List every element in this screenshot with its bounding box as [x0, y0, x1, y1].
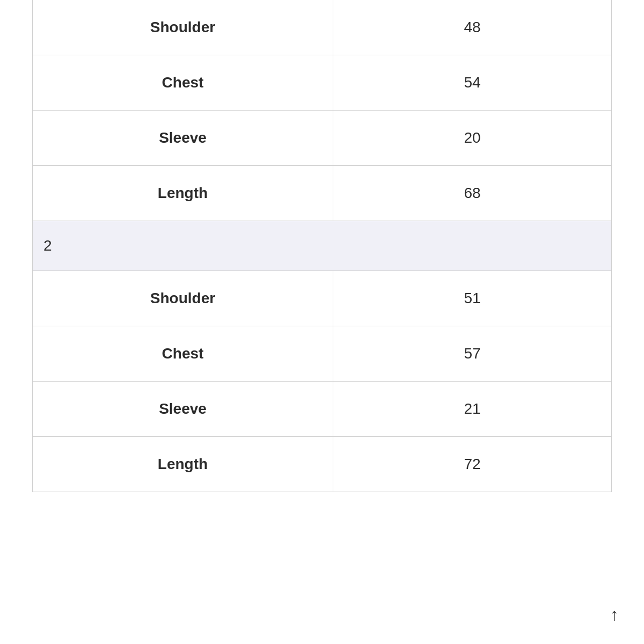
measurements-table: Shoulder 48 Chest 54 Sleeve 20 Length 68…: [32, 0, 612, 492]
table-row: Sleeve 21: [33, 382, 611, 437]
value-shoulder-2: 51: [333, 271, 611, 326]
table-row: Sleeve 20: [33, 111, 611, 166]
section-header-2: 2: [33, 221, 611, 271]
table-row: Chest 54: [33, 55, 611, 111]
scroll-up-button[interactable]: ↑: [601, 601, 628, 628]
table-row: Chest 57: [33, 326, 611, 382]
label-sleeve-1: Sleeve: [33, 111, 333, 165]
value-chest-1: 54: [333, 55, 611, 110]
value-sleeve-1: 20: [333, 111, 611, 165]
table-row: Shoulder 51: [33, 271, 611, 326]
section-header-label: 2: [33, 221, 611, 271]
label-chest-2: Chest: [33, 326, 333, 381]
value-sleeve-2: 21: [333, 382, 611, 436]
label-chest-1: Chest: [33, 55, 333, 110]
label-shoulder-1: Shoulder: [33, 0, 333, 55]
value-shoulder-1: 48: [333, 0, 611, 55]
label-length-1: Length: [33, 166, 333, 221]
label-sleeve-2: Sleeve: [33, 382, 333, 436]
table-row: Shoulder 48: [33, 0, 611, 55]
table-row: Length 68: [33, 166, 611, 221]
value-chest-2: 57: [333, 326, 611, 381]
value-length-2: 72: [333, 437, 611, 492]
label-length-2: Length: [33, 437, 333, 492]
value-length-1: 68: [333, 166, 611, 221]
table-row: Length 72: [33, 437, 611, 492]
label-shoulder-2: Shoulder: [33, 271, 333, 326]
